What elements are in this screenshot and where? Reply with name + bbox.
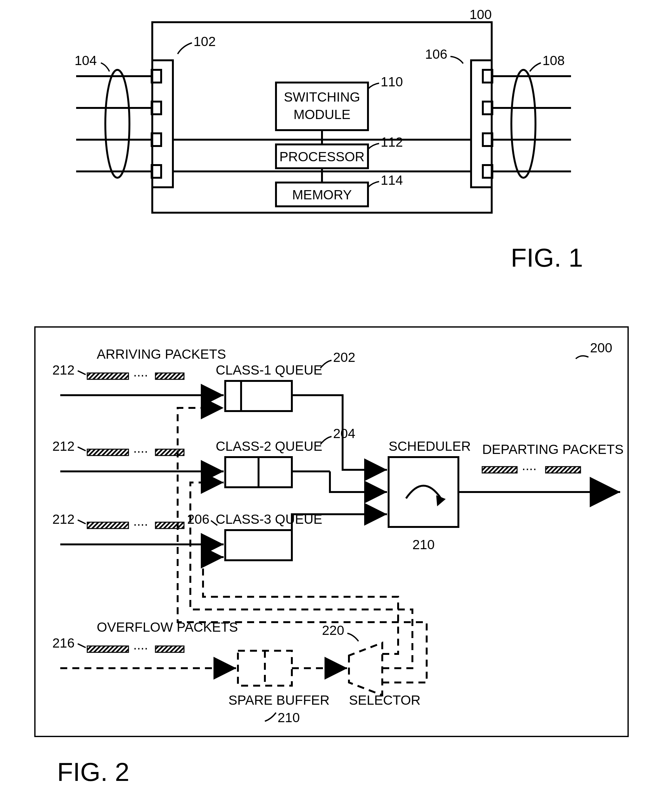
ref-212-1: 212 [52, 363, 74, 378]
ref-output-port-col: 106 [425, 47, 447, 62]
svg-point-21 [511, 70, 535, 178]
fig1: 100 102 104 106 108 [74, 7, 583, 272]
svg-rect-43 [87, 522, 128, 528]
svg-rect-12 [471, 60, 492, 187]
processor-label: PROCESSOR [280, 149, 364, 164]
ref-scheduler: 210 [412, 537, 435, 552]
arriving-packets-label: ARRIVING PACKETS [97, 347, 226, 361]
svg-line-53 [78, 644, 86, 648]
switching-module-label-1: SWITCHING [284, 89, 360, 104]
diagram-svg: .ln{stroke:#000;stroke-width:6;fill:none… [0, 0, 663, 812]
ellipsis-ovf: ···· [133, 640, 148, 655]
ref-system: 200 [590, 340, 612, 355]
ellipsis-3: ···· [133, 517, 148, 532]
svg-line-30 [78, 371, 86, 374]
ref-input-port-col: 102 [194, 34, 216, 49]
ellipsis-dep: ···· [522, 461, 537, 476]
svg-point-11 [105, 70, 129, 178]
ellipsis-2: ···· [133, 444, 148, 459]
svg-rect-38 [155, 449, 184, 455]
svg-rect-54 [87, 646, 128, 652]
svg-rect-2 [152, 60, 173, 187]
ellipsis-1: ···· [133, 367, 148, 382]
memory-label: MEMORY [292, 187, 352, 202]
ref-overflow: 216 [52, 635, 74, 650]
q1-label: CLASS-1 QUEUE [216, 363, 322, 378]
svg-rect-55 [155, 646, 184, 652]
ref-spare-buffer: 210 [278, 710, 300, 725]
fig2-caption: FIG. 2 [57, 757, 129, 786]
ref-selector: 220 [322, 623, 344, 638]
svg-rect-37 [87, 449, 128, 455]
svg-line-36 [78, 447, 86, 451]
ref-output-links: 108 [542, 53, 565, 68]
q2-label: CLASS-2 QUEUE [216, 439, 322, 454]
svg-rect-48 [389, 457, 458, 527]
ref-212-3: 212 [52, 512, 74, 527]
svg-rect-50 [482, 467, 517, 473]
ref-device: 100 [469, 7, 492, 22]
spare-buffer-label: SPARE BUFFER [228, 693, 330, 708]
svg-rect-34 [225, 381, 292, 411]
ref-q1: 202 [333, 350, 355, 365]
svg-rect-44 [155, 522, 184, 528]
selector-label: SELECTOR [349, 693, 420, 708]
ref-processor: 112 [381, 135, 403, 149]
fig2: 200 ARRIVING PACKETS 212 ···· CLASS-1 QU… [35, 327, 628, 786]
svg-rect-31 [87, 373, 128, 379]
switching-module-label-2: MODULE [293, 107, 351, 122]
svg-rect-32 [155, 373, 184, 379]
ref-q2: 204 [333, 426, 355, 441]
svg-line-42 [78, 520, 86, 524]
ref-212-2: 212 [52, 439, 74, 454]
fig1-caption: FIG. 1 [511, 243, 583, 272]
ref-input-links: 104 [74, 53, 97, 68]
svg-rect-47 [225, 530, 292, 560]
svg-rect-29 [35, 327, 628, 736]
ref-memory: 114 [381, 173, 403, 188]
ref-switching: 110 [381, 74, 403, 89]
scheduler-label: SCHEDULER [389, 439, 471, 454]
departing-label: DEPARTING PACKETS [482, 442, 624, 457]
svg-rect-51 [546, 467, 581, 473]
